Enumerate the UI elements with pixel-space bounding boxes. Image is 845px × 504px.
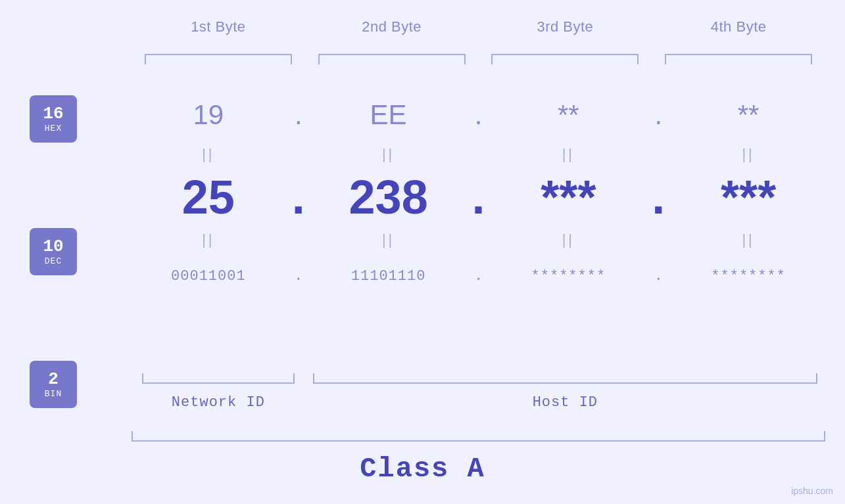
bin-cell-3: ******** [492, 268, 646, 285]
eq-cell-2: || [312, 146, 466, 163]
hex-row: 19 . EE . ** . ** [132, 85, 825, 145]
byte-label-1: 1st Byte [132, 18, 305, 35]
hex-cell-4: ** [671, 99, 825, 131]
badge-dec: 10 DEC [30, 228, 77, 275]
eq-cell-5: || [132, 231, 285, 248]
eq-cell-7: || [492, 231, 646, 248]
eq-cell-1: || [132, 146, 285, 163]
hex-dot-1: . [285, 99, 312, 131]
network-id-label: Network ID [132, 394, 305, 411]
watermark: ipshu.com [791, 486, 833, 496]
byte-label-2: 2nd Byte [305, 18, 479, 35]
bin-dot-3: . [645, 268, 671, 285]
dec-cell-4: *** [671, 170, 825, 224]
badge-hex-num: 16 [43, 104, 63, 124]
dec-cell-3: *** [492, 170, 646, 224]
byte-label-4: 4th Byte [652, 18, 825, 35]
dec-dot-1: . [285, 170, 312, 224]
badge-dec-label: DEC [45, 256, 62, 266]
byte-label-3: 3rd Byte [479, 18, 652, 35]
badge-bin-num: 2 [48, 370, 59, 389]
badge-hex: 16 HEX [30, 95, 77, 143]
hex-cell-2: EE [312, 99, 466, 131]
bin-cell-1: 00011001 [132, 268, 285, 285]
hex-dot-2: . [466, 99, 492, 131]
badge-dec-num: 10 [43, 237, 63, 256]
host-id-label: Host ID [305, 394, 825, 411]
dec-cell-1: 25 [132, 170, 285, 224]
class-label: Class A [0, 453, 845, 485]
eq-cell-4: || [671, 146, 825, 163]
equals-row-1: || || || || [132, 145, 825, 164]
dec-dot-3: . [645, 170, 671, 224]
top-brackets [132, 54, 825, 64]
dec-cell-2: 238 [312, 170, 466, 224]
hex-cell-3: ** [492, 99, 646, 131]
bin-dot-1: . [285, 268, 312, 285]
eq-cell-3: || [492, 146, 646, 163]
bin-dot-2: . [466, 268, 492, 285]
eq-cell-6: || [312, 231, 466, 248]
equals-row-2: || || || || [132, 230, 825, 250]
eq-cell-8: || [671, 231, 825, 248]
badge-bin-label: BIN [45, 389, 62, 399]
bin-cell-4: ******** [671, 268, 825, 285]
byte-labels-row: 1st Byte 2nd Byte 3rd Byte 4th Byte [132, 18, 825, 35]
badge-bin: 2 BIN [30, 361, 77, 408]
bin-cell-2: 11101110 [312, 268, 466, 285]
dec-dot-2: . [466, 170, 492, 224]
hex-cell-1: 19 [132, 99, 285, 131]
main-container: 1st Byte 2nd Byte 3rd Byte 4th Byte 16 H… [0, 0, 845, 504]
id-labels: Network ID Host ID [132, 394, 825, 411]
data-rows: 19 . EE . ** . ** || || || || 25 . 238 .… [132, 85, 825, 302]
bin-row: 00011001 . 11101110 . ******** . *******… [132, 250, 825, 302]
dec-row: 25 . 238 . *** . *** [132, 164, 825, 230]
hex-dot-3: . [645, 99, 671, 131]
bottom-brackets [132, 373, 825, 384]
full-bottom-bracket [132, 431, 825, 442]
badge-hex-label: HEX [45, 124, 62, 133]
badges-column: 16 HEX 10 DEC 2 BIN [30, 95, 77, 408]
